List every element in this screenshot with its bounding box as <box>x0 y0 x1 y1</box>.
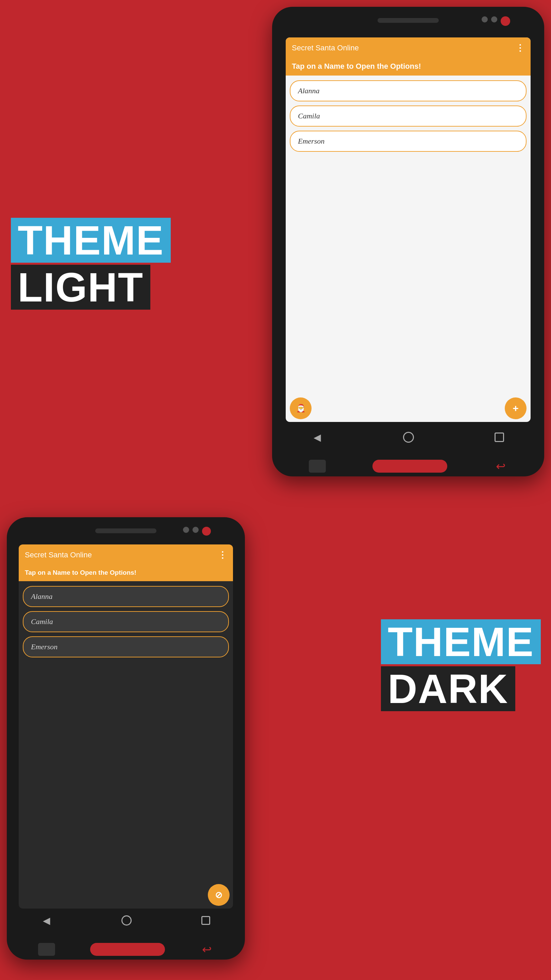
camera-dot-d1 <box>183 527 189 533</box>
phone-top-bar-dark <box>7 517 245 544</box>
light-nav-bar: ◀ <box>272 425 544 449</box>
camera-dot-d3 <box>202 527 211 536</box>
theme-label-top: THEME <box>11 218 171 263</box>
light-name-list: Alanna Camila Emerson <box>286 76 530 240</box>
no-icon-dark: ⊘ <box>215 890 222 900</box>
list-item-alanna-light[interactable]: Alanna <box>290 80 527 102</box>
dark-subtitle: Tap on a Name to Open the Options! <box>19 566 233 581</box>
theme-label-bottom: LIGHT <box>11 265 150 310</box>
fab-no-dark[interactable]: ⊘ <box>208 884 230 906</box>
nav-back-dark[interactable]: ◀ <box>41 915 52 926</box>
light-app-title: Secret Santa Online <box>292 43 359 52</box>
dark-toolbar: Secret Santa Online ⋮ <box>19 544 233 566</box>
nav-square-dark[interactable] <box>202 916 210 925</box>
fab-add-light[interactable]: + <box>505 398 527 419</box>
list-item-camila-dark[interactable]: Camila <box>23 611 229 632</box>
nav-back-light[interactable]: ◀ <box>312 432 322 442</box>
phone-camera-dots-dark <box>183 527 211 536</box>
bottom-oval-light <box>372 460 447 473</box>
theme-dark-label-top: THEME <box>381 619 541 664</box>
phone-light: Secret Santa Online ⋮ Tap on a Name to O… <box>272 7 544 476</box>
bottom-oval-dark <box>90 943 165 956</box>
phone-dark: Secret Santa Online ⋮ Tap on a Name to O… <box>7 517 245 959</box>
dark-nav-bar: ◀ <box>7 908 245 932</box>
bottom-back-light[interactable]: ↩ <box>494 460 508 473</box>
camera-dot-3 <box>501 16 510 26</box>
dark-orange-header: Secret Santa Online ⋮ Tap on a Name to O… <box>19 544 233 581</box>
light-fab-row: 🎅 + <box>286 395 530 422</box>
light-bottom-buttons: ↩ <box>272 460 544 473</box>
phone-camera-dots-light <box>482 16 510 26</box>
list-item-emerson-light[interactable]: Emerson <box>290 130 527 152</box>
phone-speaker-light <box>378 18 439 23</box>
light-content-area <box>286 240 530 395</box>
add-icon-light: + <box>513 402 519 414</box>
light-orange-header: Secret Santa Online ⋮ Tap on a Name to O… <box>286 37 530 76</box>
bottom-square-dark <box>38 943 55 956</box>
list-item-alanna-dark[interactable]: Alanna <box>23 586 229 607</box>
dark-content-area <box>19 736 233 881</box>
phone-top-bar-light <box>272 7 544 34</box>
camera-dot-2 <box>491 16 497 22</box>
list-item-camila-light[interactable]: Camila <box>290 105 527 127</box>
dark-fab-row: ⊘ <box>19 881 233 908</box>
nav-square-light[interactable] <box>495 433 504 442</box>
dark-bottom-buttons: ↩ <box>7 943 245 956</box>
dark-menu-icon[interactable]: ⋮ <box>218 550 227 560</box>
theme-dark-label-bottom: DARK <box>381 666 515 711</box>
light-menu-icon[interactable]: ⋮ <box>516 43 524 53</box>
dark-app-title: Secret Santa Online <box>25 550 92 559</box>
light-subtitle: Tap on a Name to Open the Options! <box>286 59 530 76</box>
camera-dot-1 <box>482 16 488 22</box>
camera-dot-d2 <box>192 527 198 533</box>
fab-santa-light[interactable]: 🎅 <box>290 398 311 419</box>
phone-dark-screen: Secret Santa Online ⋮ Tap on a Name to O… <box>19 544 233 908</box>
phone-speaker-dark <box>95 528 156 533</box>
bottom-square-light <box>309 460 326 473</box>
nav-home-light[interactable] <box>403 432 414 443</box>
bottom-back-dark[interactable]: ↩ <box>200 943 214 956</box>
theme-dark-label: THEME DARK <box>381 619 541 711</box>
santa-icon-light: 🎅 <box>296 404 305 413</box>
theme-light-label: THEME LIGHT <box>11 218 171 310</box>
light-toolbar: Secret Santa Online ⋮ <box>286 37 530 59</box>
light-screen-content: Secret Santa Online ⋮ Tap on a Name to O… <box>286 37 530 422</box>
dark-name-list: Alanna Camila Emerson <box>19 581 233 736</box>
phone-light-screen: Secret Santa Online ⋮ Tap on a Name to O… <box>286 37 530 422</box>
list-item-emerson-dark[interactable]: Emerson <box>23 636 229 657</box>
dark-screen-content: Secret Santa Online ⋮ Tap on a Name to O… <box>19 544 233 908</box>
nav-home-dark[interactable] <box>121 915 132 926</box>
